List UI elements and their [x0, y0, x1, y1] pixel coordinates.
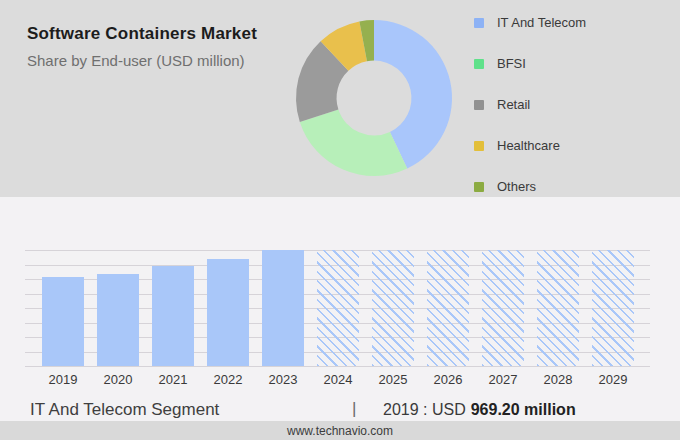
- report-title: Software Containers Market: [27, 24, 257, 44]
- legend-item-it-and-telecom: IT And Telecom: [474, 12, 586, 33]
- x-axis-label: 2028: [537, 372, 579, 387]
- bar-chart: 2019202020212022202320242025202620272028…: [25, 250, 650, 367]
- legend-item-healthcare: Healthcare: [474, 135, 586, 156]
- bfsi-swatch: [474, 59, 484, 69]
- segment-value: 2019 : USD969.20 million: [383, 401, 576, 419]
- summary-panel: Software Containers Market Share by End-…: [0, 0, 680, 197]
- bar-2024-forecast: [317, 250, 359, 366]
- report-subtitle: Share by End-user (USD million): [27, 52, 257, 70]
- x-axis-label: 2022: [207, 372, 249, 387]
- branding-bar: www.technavio.com: [0, 421, 680, 440]
- it-and-telecom-swatch: [474, 18, 484, 28]
- x-axis-label: 2029: [592, 372, 634, 387]
- bar-chart-panel: 2019202020212022202320242025202620272028…: [0, 197, 680, 421]
- chart-legend: IT And TelecomBFSIRetailHealthcareOthers: [474, 12, 586, 217]
- bar-2020: [97, 274, 139, 366]
- website-url: www.technavio.com: [287, 424, 393, 438]
- x-axis-label: 2021: [152, 372, 194, 387]
- bar-2029-forecast: [592, 250, 634, 366]
- value-amount: 969.20 million: [471, 401, 576, 418]
- legend-item-bfsi: BFSI: [474, 53, 586, 74]
- bar-2025-forecast: [372, 250, 414, 366]
- x-axis-label: 2025: [372, 372, 414, 387]
- donut-slice-bfsi: [300, 110, 407, 176]
- bar-2023: [262, 250, 304, 366]
- bar-2026-forecast: [427, 250, 469, 366]
- bar-2028-forecast: [537, 250, 579, 366]
- healthcare-swatch: [474, 141, 484, 151]
- legend-item-others: Others: [474, 176, 586, 197]
- x-axis-label: 2027: [482, 372, 524, 387]
- x-axis-label: 2019: [42, 372, 84, 387]
- retail-swatch: [474, 100, 484, 110]
- gridline: [25, 366, 650, 367]
- separator: |: [352, 399, 356, 419]
- legend-label: Healthcare: [497, 138, 560, 153]
- x-axis-label: 2026: [427, 372, 469, 387]
- summary-row: IT And Telecom Segment | 2019 : USD969.2…: [30, 400, 680, 420]
- x-axis-label: 2020: [97, 372, 139, 387]
- legend-item-retail: Retail: [474, 94, 586, 115]
- legend-label: Retail: [497, 97, 530, 112]
- others-swatch: [474, 182, 484, 192]
- bar-2022: [207, 259, 249, 366]
- title-block: Software Containers Market Share by End-…: [27, 24, 257, 70]
- segment-label: IT And Telecom Segment: [30, 400, 219, 420]
- x-axis-label: 2023: [262, 372, 304, 387]
- legend-label: BFSI: [497, 56, 526, 71]
- value-prefix: 2019 : USD: [383, 401, 466, 418]
- legend-label: Others: [497, 179, 536, 194]
- bar-2019: [42, 277, 84, 366]
- infographic-root: Software Containers Market Share by End-…: [0, 0, 680, 440]
- x-axis-label: 2024: [317, 372, 359, 387]
- bar-2021: [152, 266, 194, 366]
- bar-2027-forecast: [482, 250, 524, 366]
- legend-label: IT And Telecom: [497, 15, 586, 30]
- donut-chart: [274, 0, 474, 198]
